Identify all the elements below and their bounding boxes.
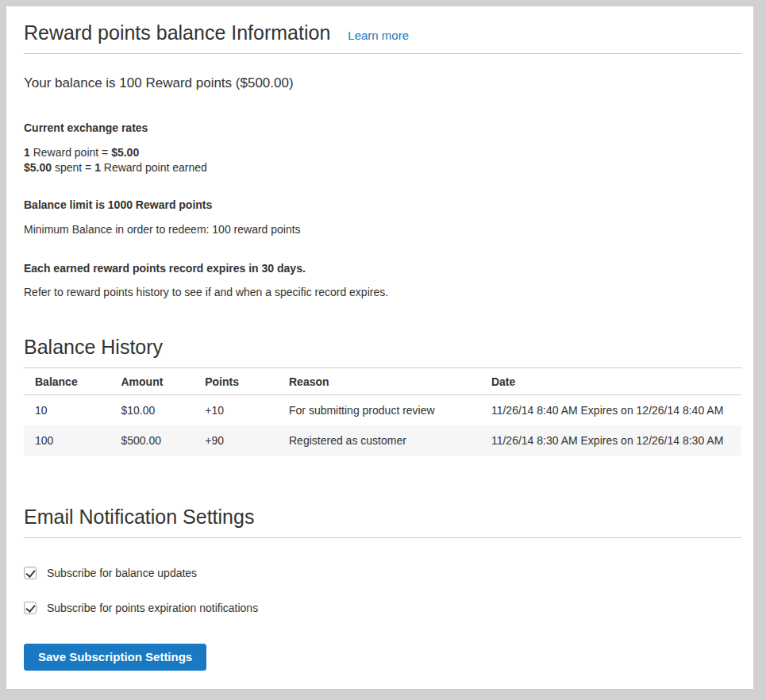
save-subscription-settings-button[interactable]: Save Subscription Settings <box>24 644 206 671</box>
cell-date: 11/26/14 8:30 AM Expires on 12/26/14 8:3… <box>480 425 741 456</box>
cell-reason: Registered as customer <box>278 425 480 456</box>
cell-balance: 100 <box>24 425 110 456</box>
email-settings-heading: Email Notification Settings <box>24 505 741 529</box>
cell-amount: $10.00 <box>110 394 194 425</box>
cell-points: +90 <box>194 425 278 456</box>
exchange-rates-lines: 1 Reward point = $5.00 $5.00 spent = 1 R… <box>24 145 741 175</box>
column-header-amount: Amount <box>110 368 194 395</box>
learn-more-link[interactable]: Learn more <box>348 29 409 42</box>
cell-points: +10 <box>194 394 278 425</box>
reward-points-panel: Reward points balance Information Learn … <box>6 6 753 689</box>
cell-amount: $500.00 <box>110 425 194 456</box>
header-divider <box>24 53 741 54</box>
subscribe-expiration-notifications-checkbox[interactable] <box>24 602 37 614</box>
email-settings-divider <box>24 537 741 538</box>
column-header-balance: Balance <box>24 368 110 395</box>
balance-history-table: Balance Amount Points Reason Date 10 $10… <box>24 368 741 456</box>
balance-summary: Your balance is 100 Reward points ($500.… <box>24 75 741 92</box>
table-row: 10 $10.00 +10 For submitting product rev… <box>24 394 741 425</box>
subscribe-balance-updates-row[interactable]: Subscribe for balance updates <box>24 567 741 579</box>
cell-balance: 10 <box>24 394 110 425</box>
balance-history-heading: Balance History <box>24 335 741 359</box>
column-header-points: Points <box>194 368 278 395</box>
subscribe-balance-updates-label: Subscribe for balance updates <box>47 567 197 579</box>
table-row: 100 $500.00 +90 Registered as customer 1… <box>24 425 741 456</box>
cell-date: 11/26/14 8:40 AM Expires on 12/26/14 8:4… <box>480 394 741 425</box>
exchange-rates-heading: Current exchange rates <box>24 121 741 136</box>
subscribe-expiration-notifications-label: Subscribe for points expiration notifica… <box>47 602 258 614</box>
table-header: Balance Amount Points Reason Date <box>24 368 741 395</box>
expiration-text: Each earned reward points record expires… <box>24 261 741 276</box>
cell-reason: For submitting product review <box>278 394 480 425</box>
column-header-date: Date <box>480 368 741 395</box>
expiration-refer-text: Refer to reward points history to see if… <box>24 285 741 300</box>
minimum-balance-text: Minimum Balance in order to redeem: 100 … <box>24 222 741 237</box>
balance-limit-text: Balance limit is 1000 Reward points <box>24 198 741 213</box>
subscribe-balance-updates-checkbox[interactable] <box>24 567 37 579</box>
page-header: Reward points balance Information Learn … <box>24 6 741 44</box>
column-header-reason: Reason <box>278 368 480 395</box>
subscribe-expiration-notifications-row[interactable]: Subscribe for points expiration notifica… <box>24 602 741 614</box>
exchange-rate-line-2: $5.00 spent = 1 Reward point earned <box>24 160 741 175</box>
exchange-rate-line-1: 1 Reward point = $5.00 <box>24 145 741 160</box>
page-title: Reward points balance Information <box>24 21 330 44</box>
